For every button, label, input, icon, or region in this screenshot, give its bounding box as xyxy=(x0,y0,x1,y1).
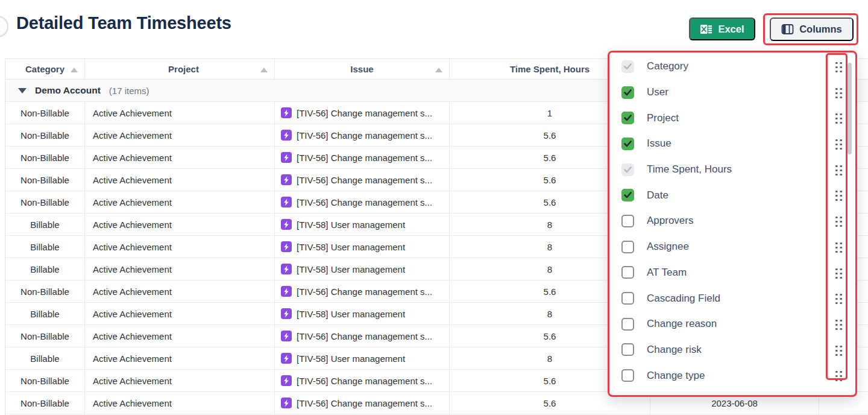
column-toggle-item[interactable]: Change type xyxy=(609,363,855,388)
issue-type-bolt-icon xyxy=(281,152,292,163)
issue-label: [TIV-58] User management xyxy=(297,264,405,274)
drag-handle-icon[interactable] xyxy=(834,138,843,150)
column-toggle-item[interactable]: Cascading Field xyxy=(609,285,855,311)
drag-handle-icon[interactable] xyxy=(834,215,843,227)
sort-asc-icon[interactable] xyxy=(435,68,442,72)
column-checkbox[interactable] xyxy=(621,266,634,279)
category-cell: Billable xyxy=(5,303,85,325)
issue-type-bolt-icon xyxy=(281,353,292,364)
collapse-caret-icon[interactable] xyxy=(18,88,27,93)
issue-label: [TIV-58] User management xyxy=(297,309,405,319)
column-label: User xyxy=(647,86,668,98)
drag-handle-icon[interactable] xyxy=(834,369,843,382)
column-toggle-item[interactable]: Approvers xyxy=(609,208,855,234)
project-cell: Active Achievement xyxy=(85,370,275,391)
header-project[interactable]: Project xyxy=(85,59,275,79)
column-checkbox[interactable] xyxy=(621,292,634,305)
panel-scrollbar[interactable] xyxy=(848,63,852,154)
column-checkbox[interactable] xyxy=(621,343,634,356)
column-checkbox[interactable] xyxy=(621,215,634,227)
issue-label: [TIV-56] Change management s... xyxy=(297,398,432,408)
category-cell: Non-Billable xyxy=(5,392,85,414)
issue-label: [TIV-56] Change management s... xyxy=(297,287,432,297)
drag-handle-icon[interactable] xyxy=(834,189,843,201)
columns-button[interactable]: Columns xyxy=(770,17,854,41)
category-cell: Non-Billable xyxy=(5,169,85,191)
issue-cell[interactable]: [TIV-56] Change management s... xyxy=(275,102,450,124)
project-cell: Active Achievement xyxy=(85,303,275,325)
category-cell: Non-Billable xyxy=(5,191,85,213)
column-checkbox[interactable] xyxy=(621,60,634,73)
category-cell: Billable xyxy=(5,258,85,280)
column-checkbox[interactable] xyxy=(621,318,634,331)
column-checkbox[interactable] xyxy=(621,112,634,124)
category-cell: Billable xyxy=(5,347,85,369)
issue-cell[interactable]: [TIV-58] User management xyxy=(275,347,450,369)
column-checkbox[interactable] xyxy=(621,189,634,201)
issue-cell[interactable]: [TIV-56] Change management s... xyxy=(275,392,450,414)
column-checkbox[interactable] xyxy=(621,86,634,99)
issue-type-bolt-icon xyxy=(281,398,292,408)
column-toggle-item[interactable]: Change risk xyxy=(609,337,855,363)
issue-cell[interactable]: [TIV-58] User management xyxy=(275,214,450,235)
drag-handle-icon[interactable] xyxy=(834,112,843,124)
group-name: Demo Account xyxy=(35,85,101,96)
column-toggle-item[interactable]: User xyxy=(609,80,855,106)
issue-type-bolt-icon xyxy=(281,219,292,230)
project-cell: Active Achievement xyxy=(85,280,275,302)
column-toggle-item[interactable]: Change reason xyxy=(609,311,855,337)
issue-cell[interactable]: [TIV-56] Change management s... xyxy=(275,325,450,347)
issue-cell[interactable]: [TIV-58] User management xyxy=(275,236,450,258)
drag-handle-icon[interactable] xyxy=(834,241,843,253)
issue-type-bolt-icon xyxy=(281,375,292,386)
column-checkbox[interactable] xyxy=(621,369,634,382)
issue-cell[interactable]: [TIV-58] User management xyxy=(275,303,450,325)
sort-asc-icon[interactable] xyxy=(71,68,78,72)
column-label: Category xyxy=(647,60,688,72)
project-cell: Active Achievement xyxy=(85,147,275,168)
issue-cell[interactable]: [TIV-56] Change management s... xyxy=(275,280,450,302)
category-cell: Non-Billable xyxy=(5,325,85,347)
category-cell: Non-Billable xyxy=(5,280,85,302)
column-toggle-item[interactable]: Assignee xyxy=(609,234,855,260)
column-label: Issue xyxy=(647,138,671,150)
drag-handle-icon[interactable] xyxy=(834,292,843,305)
column-toggle-item[interactable]: Issue xyxy=(609,131,855,157)
issue-label: [TIV-58] User management xyxy=(297,220,405,230)
column-label: Assignee xyxy=(647,241,689,253)
issue-label: [TIV-56] Change management s... xyxy=(297,175,432,185)
drag-handle-icon[interactable] xyxy=(834,163,843,176)
project-cell: Active Achievement xyxy=(85,124,275,146)
drag-handle-icon[interactable] xyxy=(834,60,843,73)
issue-cell[interactable]: [TIV-58] User management xyxy=(275,258,450,280)
column-toggle-item[interactable]: AT Team xyxy=(609,260,855,286)
header-issue[interactable]: Issue xyxy=(275,59,450,79)
drag-handle-icon[interactable] xyxy=(834,344,843,356)
sort-asc-icon[interactable] xyxy=(260,68,268,72)
issue-label: [TIV-58] User management xyxy=(297,353,405,364)
column-label: Change type xyxy=(647,370,705,382)
column-checkbox[interactable] xyxy=(621,163,634,176)
issue-cell[interactable]: [TIV-56] Change management s... xyxy=(275,147,450,168)
drag-handle-icon[interactable] xyxy=(834,267,843,279)
drag-handle-icon[interactable] xyxy=(834,86,843,99)
column-toggle-item[interactable]: Project xyxy=(609,105,855,131)
issue-cell[interactable]: [TIV-56] Change management s... xyxy=(275,191,450,213)
issue-cell[interactable]: [TIV-56] Change management s... xyxy=(275,370,450,391)
column-checkbox[interactable] xyxy=(621,138,634,150)
issue-label: [TIV-56] Change management s... xyxy=(297,108,432,118)
drag-handle-icon[interactable] xyxy=(834,318,843,331)
column-checkbox[interactable] xyxy=(621,241,634,253)
column-toggle-item[interactable]: Time Spent, Hours xyxy=(609,157,855,183)
issue-cell[interactable]: [TIV-56] Change management s... xyxy=(275,124,450,146)
issue-type-bolt-icon xyxy=(281,308,292,319)
column-toggle-item[interactable]: Date xyxy=(609,182,855,208)
project-cell: Active Achievement xyxy=(85,102,275,124)
issue-cell[interactable]: [TIV-56] Change management s... xyxy=(275,169,450,191)
category-cell: Non-Billable xyxy=(5,147,85,168)
header-category[interactable]: Category xyxy=(5,59,85,79)
issue-label: [TIV-56] Change management s... xyxy=(297,376,432,386)
issue-label: [TIV-56] Change management s... xyxy=(297,197,432,208)
excel-export-button[interactable]: Excel xyxy=(689,17,755,40)
column-toggle-item[interactable]: Category xyxy=(609,54,855,80)
